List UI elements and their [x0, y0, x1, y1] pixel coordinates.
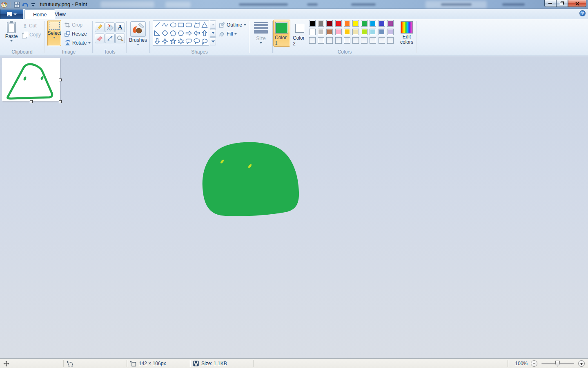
canvas-size-value: 142 × 106px — [139, 361, 166, 366]
palette-swatch[interactable] — [326, 20, 333, 27]
palette-swatch[interactable] — [309, 29, 316, 35]
palette-empty-slot[interactable] — [379, 37, 385, 44]
tab-view[interactable]: View — [47, 9, 74, 19]
magnifier-tool-button[interactable] — [115, 34, 125, 43]
palette-swatch[interactable] — [335, 29, 342, 35]
palette-empty-slot[interactable] — [387, 37, 394, 44]
shape-diamond-icon[interactable] — [162, 30, 168, 36]
palette-swatch[interactable] — [335, 20, 342, 27]
palette-empty-slot[interactable] — [318, 37, 324, 44]
resize-button[interactable]: Resize — [65, 30, 87, 38]
shape-star-4-icon[interactable] — [162, 38, 168, 45]
close-button[interactable] — [568, 0, 586, 7]
shapes-scroll-up-button[interactable] — [210, 20, 216, 29]
shapes-more-button[interactable] — [210, 37, 216, 45]
shape-curve-icon[interactable] — [162, 22, 168, 28]
fill-button[interactable]: Fill — [219, 30, 237, 38]
palette-empty-slot[interactable] — [326, 37, 333, 44]
eraser-icon — [96, 36, 103, 41]
shape-ellipse-icon[interactable] — [170, 22, 176, 28]
text-tool-icon: A — [118, 24, 122, 31]
zoom-out-button[interactable] — [531, 360, 537, 367]
palette-swatch[interactable] — [379, 20, 385, 27]
canvas-resize-handle-right[interactable] — [59, 79, 62, 81]
shape-right-triangle-icon[interactable] — [154, 30, 160, 36]
brushes-button[interactable]: Brushes — [128, 20, 148, 49]
undo-button[interactable] — [21, 1, 29, 8]
shape-hexagon-icon[interactable] — [178, 30, 184, 36]
shape-speech-cloud-icon[interactable] — [201, 38, 208, 45]
paste-button[interactable]: Paste — [3, 20, 20, 47]
save-button[interactable] — [13, 1, 21, 8]
palette-swatch[interactable] — [387, 20, 394, 27]
color-picker-tool-button[interactable] — [105, 34, 115, 43]
palette-swatch[interactable] — [361, 20, 368, 27]
minimize-button[interactable] — [544, 0, 556, 7]
edit-colors-button[interactable]: Edit colors — [397, 20, 416, 47]
fill-tool-button[interactable] — [105, 22, 115, 32]
cut-button[interactable]: ✂ Cut — [23, 22, 37, 30]
zoom-slider-track[interactable] — [541, 363, 574, 364]
shapes-scroll-down-button[interactable] — [210, 29, 216, 37]
shape-pentagon-icon[interactable] — [170, 30, 176, 36]
palette-swatch[interactable] — [370, 20, 376, 27]
shape-triangle-icon[interactable] — [201, 22, 208, 28]
restore-button[interactable] — [556, 0, 568, 7]
fill-bucket-icon — [107, 24, 114, 31]
palette-empty-slot[interactable] — [309, 37, 316, 44]
shape-arrow-right-icon[interactable] — [185, 30, 192, 36]
work-area[interactable] — [0, 56, 588, 358]
paint-menu-button[interactable] — [0, 9, 23, 19]
shape-arrow-left-icon[interactable] — [194, 30, 200, 36]
shape-star-6-icon[interactable] — [178, 38, 184, 45]
palette-swatch[interactable] — [326, 29, 333, 35]
palette-empty-slot[interactable] — [370, 37, 376, 44]
pencil-tool-button[interactable] — [95, 22, 105, 32]
palette-swatch[interactable] — [344, 29, 350, 35]
rotate-button[interactable]: Rotate — [65, 39, 91, 47]
shape-arrow-down-icon[interactable] — [154, 38, 160, 45]
palette-swatch[interactable] — [387, 29, 394, 35]
copy-button[interactable]: Copy — [22, 31, 41, 39]
palette-swatch[interactable] — [318, 29, 324, 35]
customize-qat-dropdown[interactable] — [29, 1, 37, 8]
text-tool-button[interactable]: A — [115, 22, 125, 32]
palette-swatch[interactable] — [318, 20, 324, 27]
outline-button[interactable]: Outline — [219, 21, 246, 29]
color1-button[interactable]: Color 1 — [273, 20, 290, 47]
drawing-canvas[interactable] — [2, 58, 60, 101]
palette-swatch[interactable] — [352, 20, 359, 27]
palette-empty-slot[interactable] — [344, 37, 350, 44]
palette-empty-slot[interactable] — [352, 37, 359, 44]
shape-speech-oval-icon[interactable] — [194, 38, 200, 45]
zoom-slider-thumb[interactable] — [555, 361, 560, 367]
shape-line-icon[interactable] — [154, 22, 160, 28]
color2-button[interactable]: Color 2 — [291, 20, 308, 47]
palette-swatch[interactable] — [352, 29, 359, 35]
edit-colors-icon — [401, 21, 413, 34]
shape-rectangle-icon[interactable] — [178, 22, 184, 28]
palette-swatch[interactable] — [361, 29, 368, 35]
zoom-in-button[interactable] — [578, 360, 585, 367]
help-icon[interactable]: ? — [579, 10, 586, 16]
shape-star-5-icon[interactable] — [170, 38, 176, 45]
select-button[interactable]: Select — [47, 20, 61, 46]
palette-swatch[interactable] — [309, 20, 316, 27]
titlebar-ghost-reflection — [441, 3, 472, 6]
palette-swatch[interactable] — [379, 29, 385, 35]
size-button[interactable]: Size — [252, 21, 270, 48]
group-shapes: Outline Fill Shapes — [150, 19, 249, 56]
shape-polygon-icon[interactable] — [194, 22, 200, 28]
shape-speech-rounded-icon[interactable] — [185, 38, 192, 45]
window-controls — [544, 0, 586, 7]
palette-empty-slot[interactable] — [335, 37, 342, 44]
shape-arrow-up-icon[interactable] — [201, 30, 208, 36]
crop-button[interactable]: Crop — [65, 21, 82, 29]
palette-swatch[interactable] — [344, 20, 350, 27]
eraser-tool-button[interactable] — [95, 34, 105, 43]
canvas-resize-handle-bottom[interactable] — [30, 100, 33, 103]
palette-swatch[interactable] — [370, 29, 376, 35]
palette-empty-slot[interactable] — [361, 37, 368, 44]
shape-rounded-rectangle-icon[interactable] — [185, 22, 192, 28]
canvas-resize-handle-corner[interactable] — [59, 100, 62, 103]
